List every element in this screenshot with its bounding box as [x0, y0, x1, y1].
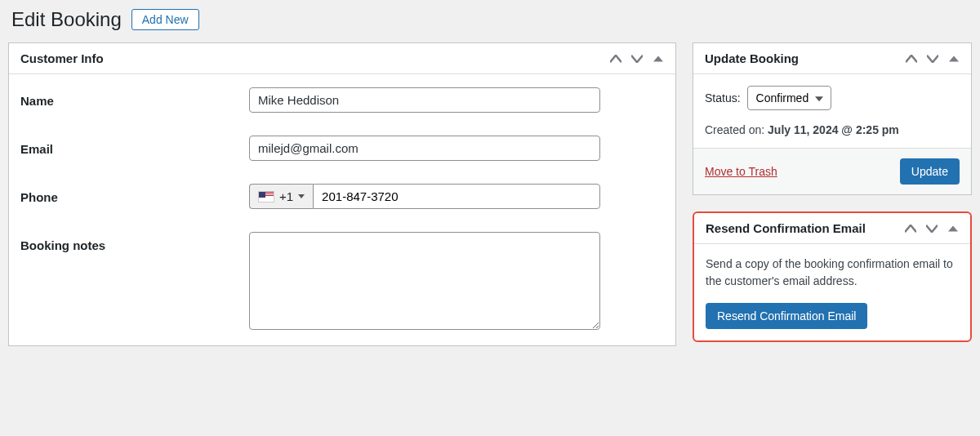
status-select[interactable]: Confirmed	[747, 86, 831, 110]
us-flag-icon	[258, 191, 274, 202]
notes-textarea[interactable]	[249, 232, 600, 330]
move-down-icon[interactable]	[927, 53, 938, 65]
name-label: Name	[20, 87, 249, 108]
toggle-panel-icon[interactable]	[948, 53, 960, 65]
status-label: Status:	[705, 91, 741, 105]
email-label: Email	[20, 136, 249, 156]
move-to-trash-link[interactable]: Move to Trash	[705, 165, 777, 178]
resend-email-panel: Resend Confirmation Email Send a copy of…	[693, 211, 972, 342]
phone-country-selector[interactable]: +1	[249, 184, 313, 209]
add-new-button[interactable]: Add New	[131, 9, 199, 30]
move-up-icon[interactable]	[906, 53, 917, 65]
move-down-icon[interactable]	[631, 53, 643, 65]
phone-prefix-text: +1	[279, 189, 293, 203]
page-title: Edit Booking	[11, 8, 122, 31]
customer-info-panel: Customer Info Name Email Phone	[8, 42, 676, 346]
move-down-icon[interactable]	[926, 223, 938, 234]
created-on-label: Created on:	[705, 123, 768, 136]
phone-label: Phone	[20, 184, 249, 204]
update-booking-panel: Update Booking Status: Confirmed	[693, 42, 972, 195]
update-button[interactable]: Update	[900, 158, 960, 185]
name-input[interactable]	[249, 87, 600, 113]
resend-email-description: Send a copy of the booking confirmation …	[706, 256, 959, 290]
move-up-icon[interactable]	[610, 53, 621, 65]
customer-info-title: Customer Info	[20, 51, 104, 65]
notes-label: Booking notes	[20, 232, 249, 252]
email-input[interactable]	[249, 136, 600, 161]
update-booking-title: Update Booking	[705, 51, 799, 65]
toggle-panel-icon[interactable]	[947, 223, 959, 234]
resend-email-button[interactable]: Resend Confirmation Email	[706, 303, 867, 329]
phone-input[interactable]	[313, 184, 600, 209]
chevron-down-icon	[298, 194, 305, 198]
created-on-value: July 11, 2024 @ 2:25 pm	[768, 123, 899, 136]
resend-email-title: Resend Confirmation Email	[706, 221, 866, 235]
move-up-icon[interactable]	[905, 223, 916, 234]
toggle-panel-icon[interactable]	[653, 53, 664, 65]
